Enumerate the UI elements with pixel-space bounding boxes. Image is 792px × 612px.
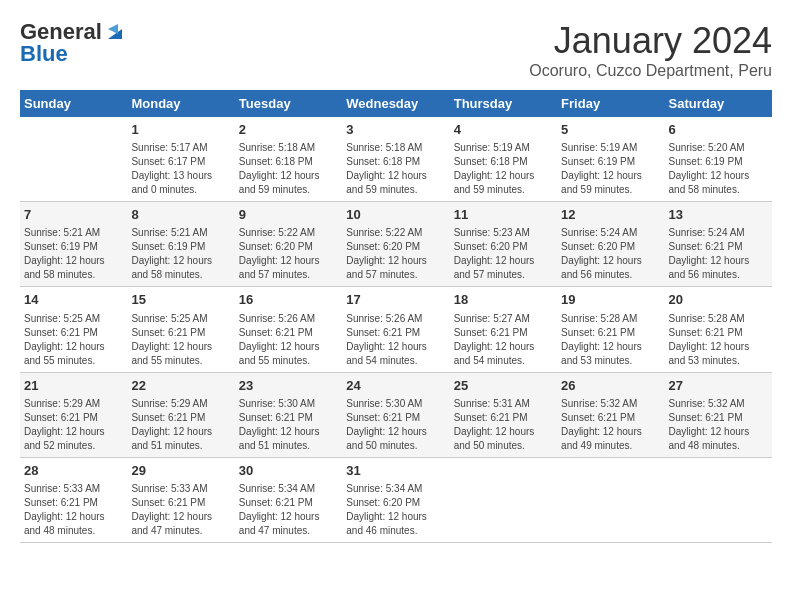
calendar-cell: 9Sunrise: 5:22 AM Sunset: 6:20 PM Daylig… xyxy=(235,202,342,287)
day-number: 19 xyxy=(561,291,660,309)
day-number: 25 xyxy=(454,377,553,395)
calendar-cell: 25Sunrise: 5:31 AM Sunset: 6:21 PM Dayli… xyxy=(450,372,557,457)
day-info: Sunrise: 5:19 AM Sunset: 6:18 PM Dayligh… xyxy=(454,141,553,197)
calendar-cell: 7Sunrise: 5:21 AM Sunset: 6:19 PM Daylig… xyxy=(20,202,127,287)
day-number: 11 xyxy=(454,206,553,224)
day-number: 6 xyxy=(669,121,768,139)
day-number: 5 xyxy=(561,121,660,139)
day-number: 14 xyxy=(24,291,123,309)
day-number: 4 xyxy=(454,121,553,139)
calendar-cell: 22Sunrise: 5:29 AM Sunset: 6:21 PM Dayli… xyxy=(127,372,234,457)
day-info: Sunrise: 5:22 AM Sunset: 6:20 PM Dayligh… xyxy=(239,226,338,282)
calendar-cell: 2Sunrise: 5:18 AM Sunset: 6:18 PM Daylig… xyxy=(235,117,342,202)
day-info: Sunrise: 5:26 AM Sunset: 6:21 PM Dayligh… xyxy=(239,312,338,368)
day-number: 13 xyxy=(669,206,768,224)
calendar-week-row: 21Sunrise: 5:29 AM Sunset: 6:21 PM Dayli… xyxy=(20,372,772,457)
calendar-header-row: SundayMondayTuesdayWednesdayThursdayFrid… xyxy=(20,90,772,117)
calendar-cell: 10Sunrise: 5:22 AM Sunset: 6:20 PM Dayli… xyxy=(342,202,449,287)
weekday-header-cell: Thursday xyxy=(450,90,557,117)
calendar-cell: 8Sunrise: 5:21 AM Sunset: 6:19 PM Daylig… xyxy=(127,202,234,287)
day-number: 22 xyxy=(131,377,230,395)
day-info: Sunrise: 5:33 AM Sunset: 6:21 PM Dayligh… xyxy=(24,482,123,538)
day-info: Sunrise: 5:21 AM Sunset: 6:19 PM Dayligh… xyxy=(131,226,230,282)
day-info: Sunrise: 5:17 AM Sunset: 6:17 PM Dayligh… xyxy=(131,141,230,197)
day-number: 7 xyxy=(24,206,123,224)
calendar-week-row: 1Sunrise: 5:17 AM Sunset: 6:17 PM Daylig… xyxy=(20,117,772,202)
day-info: Sunrise: 5:32 AM Sunset: 6:21 PM Dayligh… xyxy=(561,397,660,453)
calendar-body: 1Sunrise: 5:17 AM Sunset: 6:17 PM Daylig… xyxy=(20,117,772,542)
day-number: 26 xyxy=(561,377,660,395)
calendar-cell: 21Sunrise: 5:29 AM Sunset: 6:21 PM Dayli… xyxy=(20,372,127,457)
calendar-cell: 26Sunrise: 5:32 AM Sunset: 6:21 PM Dayli… xyxy=(557,372,664,457)
day-number: 29 xyxy=(131,462,230,480)
day-number: 10 xyxy=(346,206,445,224)
day-info: Sunrise: 5:34 AM Sunset: 6:21 PM Dayligh… xyxy=(239,482,338,538)
calendar-cell: 30Sunrise: 5:34 AM Sunset: 6:21 PM Dayli… xyxy=(235,457,342,542)
day-number: 12 xyxy=(561,206,660,224)
calendar-cell: 23Sunrise: 5:30 AM Sunset: 6:21 PM Dayli… xyxy=(235,372,342,457)
calendar-cell: 14Sunrise: 5:25 AM Sunset: 6:21 PM Dayli… xyxy=(20,287,127,372)
page-header: General Blue January 2024 Ocoruro, Cuzco… xyxy=(20,20,772,80)
calendar-cell: 15Sunrise: 5:25 AM Sunset: 6:21 PM Dayli… xyxy=(127,287,234,372)
title-section: January 2024 Ocoruro, Cuzco Department, … xyxy=(529,20,772,80)
weekday-header-cell: Tuesday xyxy=(235,90,342,117)
day-info: Sunrise: 5:31 AM Sunset: 6:21 PM Dayligh… xyxy=(454,397,553,453)
day-number: 24 xyxy=(346,377,445,395)
calendar-week-row: 14Sunrise: 5:25 AM Sunset: 6:21 PM Dayli… xyxy=(20,287,772,372)
calendar-cell: 13Sunrise: 5:24 AM Sunset: 6:21 PM Dayli… xyxy=(665,202,772,287)
day-number: 28 xyxy=(24,462,123,480)
calendar-cell: 17Sunrise: 5:26 AM Sunset: 6:21 PM Dayli… xyxy=(342,287,449,372)
calendar-cell: 5Sunrise: 5:19 AM Sunset: 6:19 PM Daylig… xyxy=(557,117,664,202)
day-number: 23 xyxy=(239,377,338,395)
day-number: 1 xyxy=(131,121,230,139)
day-info: Sunrise: 5:24 AM Sunset: 6:20 PM Dayligh… xyxy=(561,226,660,282)
calendar-cell xyxy=(665,457,772,542)
day-number: 17 xyxy=(346,291,445,309)
day-number: 18 xyxy=(454,291,553,309)
day-info: Sunrise: 5:25 AM Sunset: 6:21 PM Dayligh… xyxy=(131,312,230,368)
day-info: Sunrise: 5:29 AM Sunset: 6:21 PM Dayligh… xyxy=(24,397,123,453)
calendar-cell: 1Sunrise: 5:17 AM Sunset: 6:17 PM Daylig… xyxy=(127,117,234,202)
calendar-cell: 4Sunrise: 5:19 AM Sunset: 6:18 PM Daylig… xyxy=(450,117,557,202)
day-info: Sunrise: 5:30 AM Sunset: 6:21 PM Dayligh… xyxy=(346,397,445,453)
calendar-table: SundayMondayTuesdayWednesdayThursdayFrid… xyxy=(20,90,772,543)
weekday-header-cell: Wednesday xyxy=(342,90,449,117)
calendar-cell: 27Sunrise: 5:32 AM Sunset: 6:21 PM Dayli… xyxy=(665,372,772,457)
calendar-cell: 18Sunrise: 5:27 AM Sunset: 6:21 PM Dayli… xyxy=(450,287,557,372)
subtitle: Ocoruro, Cuzco Department, Peru xyxy=(529,62,772,80)
day-number: 2 xyxy=(239,121,338,139)
day-number: 31 xyxy=(346,462,445,480)
day-info: Sunrise: 5:22 AM Sunset: 6:20 PM Dayligh… xyxy=(346,226,445,282)
calendar-cell: 28Sunrise: 5:33 AM Sunset: 6:21 PM Dayli… xyxy=(20,457,127,542)
calendar-cell: 29Sunrise: 5:33 AM Sunset: 6:21 PM Dayli… xyxy=(127,457,234,542)
calendar-cell: 6Sunrise: 5:20 AM Sunset: 6:19 PM Daylig… xyxy=(665,117,772,202)
day-info: Sunrise: 5:21 AM Sunset: 6:19 PM Dayligh… xyxy=(24,226,123,282)
day-number: 21 xyxy=(24,377,123,395)
day-info: Sunrise: 5:26 AM Sunset: 6:21 PM Dayligh… xyxy=(346,312,445,368)
calendar-cell xyxy=(557,457,664,542)
day-info: Sunrise: 5:33 AM Sunset: 6:21 PM Dayligh… xyxy=(131,482,230,538)
weekday-header-cell: Saturday xyxy=(665,90,772,117)
day-info: Sunrise: 5:25 AM Sunset: 6:21 PM Dayligh… xyxy=(24,312,123,368)
day-number: 8 xyxy=(131,206,230,224)
calendar-cell: 11Sunrise: 5:23 AM Sunset: 6:20 PM Dayli… xyxy=(450,202,557,287)
day-number: 16 xyxy=(239,291,338,309)
day-number: 30 xyxy=(239,462,338,480)
logo: General Blue xyxy=(20,20,126,67)
day-info: Sunrise: 5:27 AM Sunset: 6:21 PM Dayligh… xyxy=(454,312,553,368)
calendar-cell: 19Sunrise: 5:28 AM Sunset: 6:21 PM Dayli… xyxy=(557,287,664,372)
calendar-cell: 31Sunrise: 5:34 AM Sunset: 6:20 PM Dayli… xyxy=(342,457,449,542)
day-number: 3 xyxy=(346,121,445,139)
day-info: Sunrise: 5:30 AM Sunset: 6:21 PM Dayligh… xyxy=(239,397,338,453)
calendar-cell: 16Sunrise: 5:26 AM Sunset: 6:21 PM Dayli… xyxy=(235,287,342,372)
logo-icon xyxy=(104,21,126,43)
main-title: January 2024 xyxy=(529,20,772,62)
day-info: Sunrise: 5:32 AM Sunset: 6:21 PM Dayligh… xyxy=(669,397,768,453)
calendar-cell: 12Sunrise: 5:24 AM Sunset: 6:20 PM Dayli… xyxy=(557,202,664,287)
day-number: 20 xyxy=(669,291,768,309)
day-info: Sunrise: 5:18 AM Sunset: 6:18 PM Dayligh… xyxy=(346,141,445,197)
calendar-cell: 3Sunrise: 5:18 AM Sunset: 6:18 PM Daylig… xyxy=(342,117,449,202)
day-info: Sunrise: 5:24 AM Sunset: 6:21 PM Dayligh… xyxy=(669,226,768,282)
svg-marker-1 xyxy=(108,24,118,34)
day-info: Sunrise: 5:23 AM Sunset: 6:20 PM Dayligh… xyxy=(454,226,553,282)
